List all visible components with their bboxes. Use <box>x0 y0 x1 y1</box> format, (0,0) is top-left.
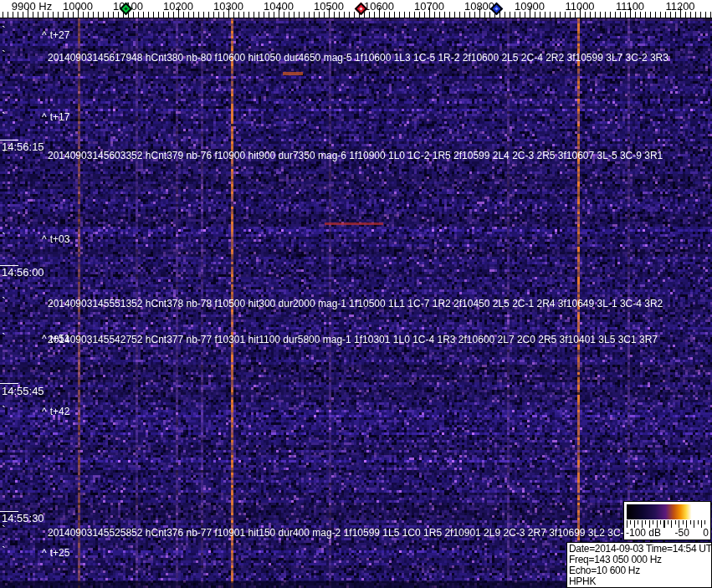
echo-time-annotation: ^t+42 <box>42 406 69 417</box>
time-minor-tick: ` <box>2 527 6 534</box>
time-label: 14:56:15 <box>2 141 44 152</box>
detection-log-line: 20140903145617948 hCnt380 nb-80 f10600 h… <box>48 53 668 63</box>
time-minor-tick: ` <box>2 114 6 120</box>
time-minor-tick: ` <box>2 299 6 305</box>
time-tick-line <box>0 383 18 384</box>
caret-mark: ^ <box>42 406 47 417</box>
echo-time-annotation-label: t+27 <box>50 29 70 41</box>
echo-time-annotation-label: t+42 <box>50 406 70 417</box>
detection-log-line: 20140903145525852 hCnt376 nb-77 f10901 h… <box>48 528 651 538</box>
time-minor-tick: ` <box>2 234 6 241</box>
db-scale-legend: -100 dB -50 0 <box>623 501 711 540</box>
time-label: 14:55:30 <box>2 513 44 524</box>
db-label-min: -100 dB <box>626 528 661 539</box>
time-minor-tick: ` <box>2 548 6 555</box>
spectrogram-overlays: 14:56:1514:56:0014:55:4514:55:30````````… <box>0 0 712 588</box>
time-minor-tick: ` <box>2 335 6 341</box>
info-station-id: HPHK <box>569 576 709 587</box>
detection-log-line: 20140903145603352 hCnt379 nb-76 f10900 h… <box>48 151 663 161</box>
time-minor-tick: ` <box>2 151 6 158</box>
echo-time-annotation: ^t+27 <box>42 30 69 40</box>
time-minor-tick: ` <box>2 407 6 414</box>
echo-time-annotation: ^t+03 <box>42 234 69 244</box>
echo-time-annotation: ^t+25 <box>42 548 69 558</box>
detection-log-line: 20140903145542752 hCnt377 nb-77 f10301 h… <box>48 335 658 345</box>
echo-time-annotation-label: t+17 <box>50 111 70 123</box>
spectrogram-app: 9900 Hz100001010010200103001040010500106… <box>0 0 712 588</box>
echo-time-annotation-label: t+25 <box>50 547 70 559</box>
caret-mark: ^ <box>42 233 47 245</box>
db-label-mid: -50 <box>675 528 689 539</box>
db-scale-labels: -100 dB -50 0 <box>626 528 709 539</box>
time-minor-tick: ` <box>2 52 6 59</box>
time-label: 14:55:45 <box>2 386 44 396</box>
detection-log-line: 20140903145551352 hCnt378 nb-78 f10500 h… <box>48 299 663 309</box>
caret-mark: ^ <box>42 333 47 345</box>
db-label-max: 0 <box>703 528 709 539</box>
caret-mark: ^ <box>42 29 47 41</box>
caret-mark: ^ <box>42 547 47 559</box>
echo-time-annotation: ^t+17 <box>42 112 69 122</box>
echo-time-annotation-label: t+03 <box>50 233 70 245</box>
db-color-gradient <box>627 504 708 519</box>
station-info-box: Date=2014-09-03 Time=14:54 UTC Freq=143 … <box>566 542 712 588</box>
time-minor-tick: ` <box>2 28 6 34</box>
caret-mark: ^ <box>42 111 47 123</box>
time-label: 14:56:00 <box>2 267 44 278</box>
